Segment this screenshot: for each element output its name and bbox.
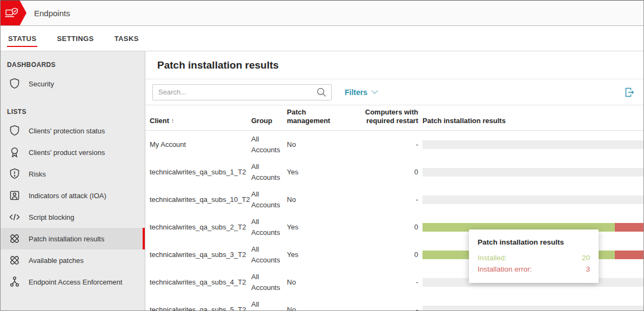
column-label: Client [150, 117, 169, 125]
restart-count-cell: 0 [346, 168, 418, 176]
export-button[interactable] [622, 85, 636, 99]
sidebar-item-label: Script blocking [29, 213, 75, 221]
top-header: Endpoints [1, 1, 643, 26]
tab-label: STATUS [8, 35, 36, 43]
restart-count-cell: - [346, 140, 418, 148]
patch-icon [8, 232, 21, 245]
empty-results-segment [422, 195, 643, 204]
medal-icon [8, 146, 21, 159]
sidebar-item-patch-installation-results[interactable]: Patch installation results [1, 228, 145, 249]
group-cell: All Accounts [251, 244, 287, 266]
person-badge-icon [8, 189, 21, 202]
patch-management-cell: No [287, 306, 346, 310]
patch-results-bar[interactable] [418, 168, 643, 177]
column-header-group[interactable]: Group [251, 117, 287, 125]
client-cell: technicalwrites_qa_subs_2_T2 [150, 223, 251, 231]
sidebar-item-script-blocking[interactable]: Script blocking [1, 206, 145, 228]
patch-results-bar[interactable] [418, 306, 643, 311]
group-cell: All Accounts [251, 189, 287, 211]
laptop-shield-icon [4, 6, 19, 20]
patch-management-cell: No [287, 140, 346, 148]
risk-shield-icon [8, 167, 21, 180]
restart-count-cell: - [346, 278, 418, 286]
export-icon [622, 85, 636, 99]
tooltip-entry: Installed:20 [478, 252, 590, 263]
client-cell: technicalwrites_qa_subs_5_T2 [150, 306, 251, 310]
sidebar-item-label: Indicators of attack (IOA) [29, 192, 106, 200]
group-cell: All Accounts [251, 299, 287, 311]
page-title-row: Patch installation results [145, 51, 643, 79]
search-input[interactable] [152, 84, 332, 100]
patch-results-tooltip: Patch installation results Installed:20I… [469, 229, 599, 283]
column-header-computers-with-required-restart[interactable]: Computers with required restart [346, 108, 418, 125]
empty-results-segment [422, 168, 643, 177]
empty-results-segment [422, 140, 643, 149]
group-cell: All Accounts [251, 217, 287, 238]
tab-settings[interactable]: SETTINGS [56, 26, 95, 51]
tab-status[interactable]: STATUS [7, 26, 37, 51]
sidebar-section-label: DASHBOARDS [1, 57, 145, 73]
table-row[interactable]: technicalwrites_qa_subs_5_T2All Accounts… [145, 296, 643, 310]
sidebar-item-endpoint-access-enforcement[interactable]: Endpoint Access Enforcement [1, 271, 145, 293]
search-icon[interactable] [316, 86, 327, 98]
sidebar-item-available-patches[interactable]: Available patches [1, 249, 145, 271]
sidebar-item-label: Security [29, 80, 54, 88]
patch-icon [8, 254, 21, 267]
sidebar-item-indicators-of-attack-ioa[interactable]: Indicators of attack (IOA) [1, 185, 145, 206]
tooltip-title: Patch installation results [478, 238, 590, 246]
tooltip-entry-value: 3 [586, 263, 590, 275]
empty-results-segment [422, 306, 643, 311]
client-cell: technicalwrites_qa_subs_1_T2 [150, 168, 251, 176]
chevron-down-icon [371, 90, 378, 94]
sidebar-item-clients-protection-status[interactable]: Clients' protection status [1, 120, 145, 141]
tooltip-entry-value: 20 [582, 252, 590, 263]
tooltip-entry: Installation error:3 [478, 263, 590, 275]
sidebar-item-label: Patch installation results [29, 235, 104, 243]
column-header-patch-management[interactable]: Patch management [287, 108, 346, 125]
restart-count-cell: 0 [346, 223, 418, 231]
table-row[interactable]: technicalwrites_qa_subs_10_T2All Account… [145, 186, 643, 213]
toolbar: Filters [145, 79, 643, 105]
column-header-client[interactable]: Client↑ [150, 117, 251, 125]
sidebar-item-clients-product-versions[interactable]: Clients' product versions [1, 141, 145, 163]
shield-icon [8, 77, 21, 90]
patch-results-bar[interactable] [418, 195, 643, 204]
app-logo [1, 1, 26, 25]
page-title: Patch installation results [157, 59, 279, 71]
app-title: Endpoints [34, 9, 70, 18]
tab-bar: STATUSSETTINGSTASKS [1, 26, 643, 51]
sidebar-section-label: LISTS [1, 104, 145, 120]
sidebar-item-risks[interactable]: Risks [1, 163, 145, 185]
restart-count-cell: - [346, 195, 418, 204]
patch-results-bar[interactable] [418, 140, 643, 149]
client-cell: technicalwrites_qa_subs_3_T2 [150, 251, 251, 259]
client-cell: technicalwrites_qa_subs_4_T2 [150, 278, 251, 286]
table-body: My AccountAll AccountsNo-technicalwrites… [145, 131, 643, 310]
restart-count-cell: 0 [346, 251, 418, 259]
group-cell: All Accounts [251, 272, 287, 293]
patch-management-cell: Yes [287, 168, 346, 176]
tab-tasks[interactable]: TASKS [113, 26, 140, 51]
sidebar-item-label: Endpoint Access Enforcement [29, 278, 122, 286]
patch-management-cell: No [287, 195, 346, 204]
sidebar: DASHBOARDSSecurityLISTSClients' protecti… [1, 51, 145, 310]
sort-asc-icon: ↑ [171, 117, 174, 125]
table-row[interactable]: My AccountAll AccountsNo- [145, 131, 643, 158]
filters-label: Filters [345, 88, 367, 97]
table-header: Client↑ Group Patch management Computers… [145, 105, 643, 131]
network-icon [8, 275, 21, 288]
table-row[interactable]: technicalwrites_qa_subs_1_T2All Accounts… [145, 158, 643, 186]
patch-management-cell: Yes [287, 251, 346, 259]
tooltip-entry-label: Installation error: [478, 263, 532, 275]
group-cell: All Accounts [251, 134, 287, 156]
restart-count-cell: - [346, 306, 418, 310]
sidebar-item-security[interactable]: Security [1, 73, 145, 94]
endpoints-window: Endpoints STATUSSETTINGSTASKS DASHBOARDS… [0, 0, 644, 311]
tab-label: TASKS [115, 35, 139, 43]
filters-button[interactable]: Filters [345, 88, 378, 97]
sidebar-item-label: Available patches [29, 256, 84, 265]
search-box [152, 84, 332, 100]
shield-icon [8, 124, 21, 137]
column-header-patch-installation-results[interactable]: Patch installation results [418, 117, 643, 125]
patch-management-cell: Yes [287, 223, 346, 231]
